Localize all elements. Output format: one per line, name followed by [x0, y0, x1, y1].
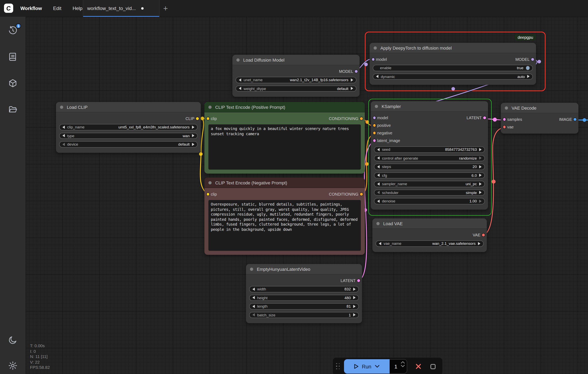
- widget-length[interactable]: length 81: [249, 303, 359, 309]
- input-port-samples[interactable]: [503, 118, 506, 121]
- chevron-right-icon[interactable]: [192, 143, 194, 146]
- chevron-right-icon[interactable]: [527, 75, 530, 78]
- widget-unet-name[interactable]: unet_name wan2.1_t2v_14B_fp16.safetensor…: [236, 77, 357, 83]
- chevron-left-icon[interactable]: [377, 165, 380, 168]
- output-port-vae[interactable]: [482, 233, 485, 237]
- menu-workflow[interactable]: Workflow: [21, 6, 42, 11]
- chevron-right-icon[interactable]: [479, 156, 482, 160]
- input-port-vae[interactable]: [503, 125, 506, 129]
- chevron-left-icon[interactable]: [377, 200, 380, 203]
- chevron-left-icon[interactable]: [376, 75, 378, 78]
- new-workflow-button[interactable]: +: [163, 0, 168, 17]
- chevron-left-icon[interactable]: [252, 288, 255, 291]
- input-port-negative[interactable]: [373, 131, 376, 135]
- cancel-run-button[interactable]: [414, 362, 422, 370]
- widget-device[interactable]: device default: [59, 141, 198, 147]
- positive-prompt-textarea[interactable]: a fox moving quickly in a beautiful wint…: [208, 125, 361, 170]
- widget-vae-name[interactable]: vae_name wan_2.1_vae.safetensors: [376, 240, 483, 247]
- widget-cfg[interactable]: cfg 6.0: [374, 172, 485, 178]
- input-port-clip[interactable]: [206, 193, 210, 196]
- node-vae-decode[interactable]: VAE Decode samples IMAGE vae: [501, 103, 578, 134]
- node-clip-text-encode-negative[interactable]: CLIP Text Encode (Negative Prompt) clip …: [204, 177, 365, 255]
- queue-history-button[interactable]: 1: [8, 26, 18, 36]
- node-load-vae[interactable]: Load VAE VAE vae_name wan_2.1_vae.safete…: [372, 218, 487, 252]
- chevron-right-icon[interactable]: [479, 191, 482, 194]
- chevron-left-icon[interactable]: [239, 87, 241, 90]
- stop-button[interactable]: [430, 364, 436, 369]
- node-empty-hunyuan-latent-video[interactable]: EmptyHunyuanLatentVideo LATENT width 832…: [246, 264, 362, 323]
- chevron-right-icon[interactable]: [351, 87, 353, 90]
- menu-help[interactable]: Help: [73, 6, 82, 11]
- widget-sampler-name[interactable]: sampler_name uni_pc: [374, 181, 485, 187]
- widget-width[interactable]: width 832: [249, 286, 359, 292]
- node-header[interactable]: Load Diffusion Model: [232, 55, 360, 65]
- chevron-left-icon[interactable]: [252, 305, 255, 308]
- chevron-right-icon[interactable]: [351, 78, 353, 82]
- widget-dynamic[interactable]: dynamic auto: [373, 73, 533, 80]
- chevron-down-icon[interactable]: [375, 365, 380, 368]
- node-library-button[interactable]: [8, 52, 18, 62]
- widget-seed[interactable]: seed 858477342732763: [374, 146, 485, 153]
- chevron-right-icon[interactable]: [353, 288, 356, 291]
- toolbar-drag-handle[interactable]: [336, 363, 342, 370]
- group-title-badge[interactable]: deepgpu: [515, 34, 536, 40]
- chevron-left-icon[interactable]: [252, 313, 255, 317]
- node-header[interactable]: KSampler: [371, 101, 488, 112]
- node-header[interactable]: CLIP Text Encode (Positive Prompt): [204, 102, 365, 112]
- output-port-model[interactable]: [531, 58, 534, 61]
- chevron-left-icon[interactable]: [379, 242, 381, 245]
- chevron-right-icon[interactable]: [353, 305, 356, 308]
- chevron-left-icon[interactable]: [239, 78, 241, 82]
- node-load-clip[interactable]: Load CLIP CLIP clip_name umt5_xxl_fp8_e4…: [56, 102, 201, 153]
- chevron-right-icon[interactable]: [479, 165, 482, 168]
- menu-edit[interactable]: Edit: [53, 6, 61, 11]
- model-library-button[interactable]: [8, 78, 18, 89]
- node-header[interactable]: EmptyHunyuanLatentVideo: [246, 264, 362, 274]
- output-port-image[interactable]: [573, 118, 577, 121]
- chevron-left-icon[interactable]: [252, 296, 255, 299]
- node-ksampler[interactable]: KSampler model LATENT positive negative …: [371, 101, 488, 209]
- widget-steps[interactable]: steps 20: [374, 164, 485, 170]
- theme-toggle-button[interactable]: [8, 335, 18, 346]
- node-header[interactable]: VAE Decode: [501, 103, 578, 113]
- negative-prompt-textarea[interactable]: Overexposure, static, blurred details, s…: [208, 200, 361, 251]
- input-port-latent-image[interactable]: [373, 139, 376, 142]
- batch-count-input[interactable]: 1: [390, 359, 407, 374]
- node-header[interactable]: Apply DeepyTorch to diffusion model: [370, 43, 536, 53]
- workflows-button[interactable]: [8, 105, 18, 115]
- node-header[interactable]: CLIP Text Encode (Negative Prompt): [204, 177, 365, 188]
- chevron-right-icon[interactable]: [479, 200, 482, 203]
- input-port-model[interactable]: [371, 58, 375, 61]
- node-load-diffusion-model[interactable]: Load Diffusion Model MODEL unet_name wan…: [232, 55, 360, 97]
- widget-scheduler[interactable]: scheduler simple: [374, 189, 485, 196]
- output-port-conditioning[interactable]: [360, 117, 363, 120]
- chevron-left-icon[interactable]: [377, 156, 380, 160]
- chevron-right-icon[interactable]: [353, 313, 356, 317]
- chevron-right-icon[interactable]: [353, 296, 356, 299]
- output-port-latent[interactable]: [357, 279, 360, 282]
- input-port-positive[interactable]: [373, 124, 376, 127]
- chevron-left-icon[interactable]: [377, 182, 380, 186]
- output-port-model[interactable]: [354, 70, 358, 73]
- run-button[interactable]: Run: [344, 359, 390, 374]
- chevron-left-icon[interactable]: [377, 174, 380, 177]
- widget-type[interactable]: type wan: [59, 133, 198, 139]
- chevron-right-icon[interactable]: [479, 174, 482, 177]
- input-port-model[interactable]: [373, 116, 376, 120]
- comfyui-logo[interactable]: C: [4, 4, 13, 13]
- node-apply-deepytorch[interactable]: Apply DeepyTorch to diffusion model mode…: [370, 43, 536, 85]
- node-clip-text-encode-positive[interactable]: CLIP Text Encode (Positive Prompt) clip …: [204, 102, 365, 174]
- widget-control-after-generate[interactable]: control after generate randomize: [374, 155, 485, 161]
- stepper-down-icon[interactable]: [401, 365, 405, 367]
- output-port-conditioning[interactable]: [360, 193, 363, 196]
- widget-denoise[interactable]: denoise 1.00: [374, 198, 485, 204]
- stepper-up-icon[interactable]: [401, 361, 405, 364]
- widget-weight-dtype[interactable]: weight_dtype default: [236, 85, 357, 92]
- chevron-left-icon[interactable]: [377, 191, 380, 194]
- input-port-clip[interactable]: [206, 117, 210, 120]
- widget-clip-name[interactable]: clip_name umt5_xxl_fp8_e4m3fn_scaled.saf…: [59, 124, 198, 130]
- chevron-right-icon[interactable]: [479, 148, 482, 151]
- chevron-right-icon[interactable]: [192, 134, 194, 137]
- node-header[interactable]: Load CLIP: [56, 102, 201, 112]
- chevron-left-icon[interactable]: [63, 134, 65, 137]
